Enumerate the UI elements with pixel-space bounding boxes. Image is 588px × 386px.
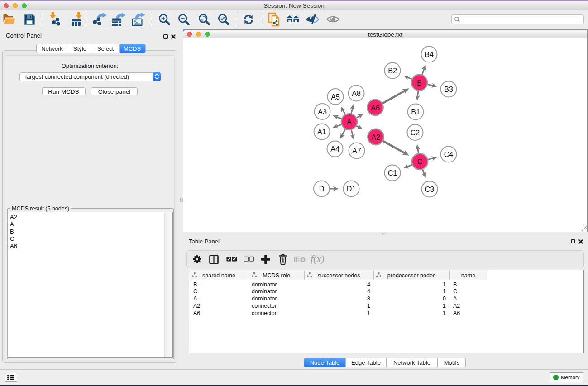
svg-text:C1: C1 [388,169,397,177]
svg-text:A8: A8 [352,90,361,97]
svg-text:B4: B4 [425,51,434,58]
svg-text:D: D [319,185,325,193]
svg-text:A6: A6 [371,104,380,112]
svg-text:C: C [417,158,423,166]
svg-text:B3: B3 [444,86,453,93]
svg-text:A4: A4 [330,145,339,153]
svg-text:A2: A2 [371,133,380,141]
svg-text:C2: C2 [411,129,420,137]
svg-text:A: A [347,118,352,126]
svg-text:B: B [417,79,422,87]
svg-text:C3: C3 [425,186,435,193]
svg-text:A3: A3 [318,108,327,116]
svg-text:A7: A7 [352,147,361,155]
svg-text:C4: C4 [444,151,454,158]
svg-text:B1: B1 [411,108,420,116]
svg-text:A1: A1 [317,128,326,136]
svg-text:A5: A5 [331,93,340,101]
svg-text:D1: D1 [347,185,356,193]
svg-text:B2: B2 [388,67,397,75]
